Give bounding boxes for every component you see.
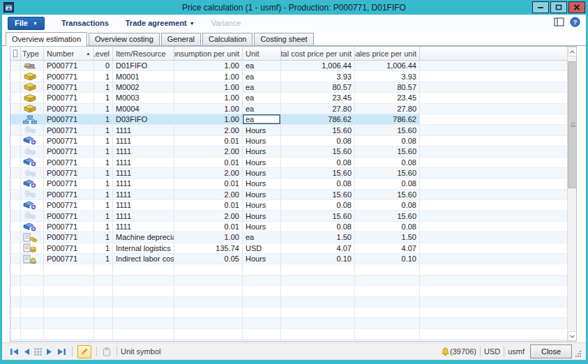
row-type-cell[interactable]	[21, 232, 44, 243]
row-type-cell[interactable]	[21, 340, 44, 341]
notification-count[interactable]: (39706)	[450, 347, 476, 356]
row-level-cell[interactable]	[94, 275, 113, 286]
row-item-cell[interactable]	[113, 318, 174, 328]
row-type-cell[interactable]	[21, 190, 44, 200]
table-row[interactable]: P000771 1 M0003 1.00 ea 23.45 23.45	[10, 93, 567, 103]
row-number-cell[interactable]: P000771	[44, 104, 94, 114]
row-total-cost-cell[interactable]	[281, 297, 355, 308]
row-sales-price-cell[interactable]: 0.08	[355, 222, 420, 232]
row-total-cost-cell[interactable]: 0.08	[281, 222, 355, 232]
row-unit-cell[interactable]: Hours	[243, 168, 281, 179]
row-select-cell[interactable]	[10, 93, 21, 103]
row-number-cell[interactable]: P000771	[44, 82, 94, 93]
row-level-cell[interactable]: 1	[94, 114, 113, 125]
row-number-cell[interactable]: P000771	[44, 254, 94, 264]
row-unit-cell[interactable]	[243, 264, 281, 275]
row-consumption-cell[interactable]: 1.00	[174, 93, 243, 103]
row-unit-cell[interactable]	[243, 340, 281, 341]
row-unit-cell[interactable]: ea	[243, 114, 281, 125]
row-sales-price-cell[interactable]: 15.60	[355, 211, 420, 221]
table-row[interactable]: P000771 1 1111 0.01 Hours 0.08 0.08	[10, 136, 567, 146]
row-total-cost-cell[interactable]: 0.08	[281, 136, 355, 146]
row-unit-cell[interactable]: Hours	[243, 222, 281, 232]
column-header-level[interactable]: Level	[94, 47, 113, 60]
tab-overview-costing[interactable]: Overview costing	[89, 33, 160, 45]
row-unit-cell[interactable]: ea	[243, 104, 281, 114]
minimize-button[interactable]	[532, 1, 549, 13]
row-item-cell[interactable]: 1111	[113, 136, 174, 146]
menu-item-trade-agreement[interactable]: Trade agreement▼	[126, 19, 195, 27]
row-consumption-cell[interactable]: 0.01	[174, 179, 243, 189]
row-sales-price-cell[interactable]: 15.60	[355, 146, 420, 157]
row-consumption-cell[interactable]: 1.00	[174, 71, 243, 82]
row-total-cost-cell[interactable]: 15.60	[281, 125, 355, 135]
row-unit-cell[interactable]: Hours	[243, 179, 281, 189]
table-row[interactable]: P000771 1 1111 2.00 Hours 15.60 15.60	[10, 190, 567, 200]
row-item-cell[interactable]: M0001	[113, 71, 174, 82]
row-consumption-cell[interactable]: 1.00	[174, 82, 243, 93]
row-total-cost-cell[interactable]: 1,006.44	[281, 61, 355, 71]
row-type-cell[interactable]	[21, 114, 44, 125]
row-unit-cell[interactable]	[243, 308, 281, 318]
row-level-cell[interactable]: 1	[94, 125, 113, 135]
row-consumption-cell[interactable]	[174, 286, 243, 296]
row-unit-cell[interactable]	[243, 286, 281, 296]
row-sales-price-cell[interactable]	[355, 340, 420, 341]
menu-item-transactions[interactable]: Transactions	[61, 19, 109, 27]
row-consumption-cell[interactable]: 0.01	[174, 158, 243, 168]
row-number-cell[interactable]: P000771	[44, 93, 94, 103]
row-number-cell[interactable]: P000771	[44, 136, 94, 146]
row-sales-price-cell[interactable]	[355, 275, 420, 286]
previous-record-button[interactable]	[21, 347, 32, 357]
row-total-cost-cell[interactable]	[281, 340, 355, 341]
row-number-cell[interactable]: P000771	[44, 168, 94, 179]
table-row[interactable]: P000771 1 1111 0.01 Hours 0.08 0.08	[10, 222, 567, 232]
row-unit-cell[interactable]	[243, 275, 281, 286]
row-number-cell[interactable]: P000771	[44, 211, 94, 221]
row-unit-cell[interactable]: ea	[243, 61, 281, 71]
select-all-checkbox-cell[interactable]	[10, 47, 21, 60]
row-select-cell[interactable]	[10, 190, 21, 200]
row-total-cost-cell[interactable]	[281, 275, 355, 286]
table-row[interactable]: P000771 1 1111 0.01 Hours 0.08 0.08	[10, 158, 567, 168]
row-level-cell[interactable]: 1	[94, 179, 113, 189]
row-consumption-cell[interactable]	[174, 340, 243, 341]
row-sales-price-cell[interactable]: 15.60	[355, 190, 420, 200]
table-row[interactable]: P000771 1 Indirect labor cost 0.05 Hours…	[10, 254, 567, 264]
row-level-cell[interactable]: 1	[94, 158, 113, 168]
row-sales-price-cell[interactable]: 4.07	[355, 243, 420, 254]
table-row[interactable]: P000771 1 M0002 1.00 ea 80.57 80.57	[10, 82, 567, 93]
row-total-cost-cell[interactable]	[281, 286, 355, 296]
last-record-button[interactable]	[55, 347, 68, 357]
row-unit-cell[interactable]: Hours	[243, 200, 281, 211]
row-level-cell[interactable]	[94, 286, 113, 296]
row-consumption-cell[interactable]: 0.01	[174, 222, 243, 232]
row-total-cost-cell[interactable]: 4.07	[281, 243, 355, 254]
row-select-cell[interactable]	[10, 146, 21, 157]
row-number-cell[interactable]	[44, 308, 94, 318]
row-consumption-cell[interactable]: 2.00	[174, 125, 243, 135]
row-sales-price-cell[interactable]	[355, 264, 420, 275]
row-type-cell[interactable]	[21, 158, 44, 168]
row-item-cell[interactable]: 1111	[113, 158, 174, 168]
row-sales-price-cell[interactable]: 0.10	[355, 254, 420, 264]
row-total-cost-cell[interactable]: 15.60	[281, 190, 355, 200]
row-number-cell[interactable]: P000771	[44, 114, 94, 125]
row-unit-cell[interactable]: Hours	[243, 136, 281, 146]
row-level-cell[interactable]: 1	[94, 104, 113, 114]
table-row[interactable]: P000771 1 1111 2.00 Hours 15.60 15.60	[10, 168, 567, 179]
row-total-cost-cell[interactable]: 0.08	[281, 200, 355, 211]
row-unit-cell[interactable]: ea	[243, 71, 281, 82]
row-sales-price-cell[interactable]: 80.57	[355, 82, 420, 93]
row-level-cell[interactable]	[94, 329, 113, 340]
row-total-cost-cell[interactable]: 1.50	[281, 232, 355, 243]
row-type-cell[interactable]	[21, 168, 44, 179]
help-icon[interactable]: ?	[570, 17, 580, 30]
column-header-sales-price[interactable]: Sales price per unit	[355, 47, 420, 60]
row-item-cell[interactable]	[113, 329, 174, 340]
paste-icon[interactable]	[100, 346, 113, 358]
next-record-button[interactable]	[44, 347, 55, 357]
row-select-cell[interactable]	[10, 286, 21, 296]
row-item-cell[interactable]: D03FIFO	[113, 114, 174, 125]
row-sales-price-cell[interactable]: 0.08	[355, 136, 420, 146]
